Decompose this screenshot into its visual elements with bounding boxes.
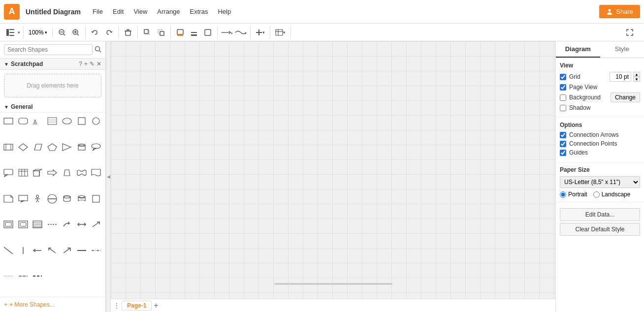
portrait-radio[interactable]	[560, 191, 566, 198]
scratchpad-close-button[interactable]: ✕	[97, 61, 101, 67]
redo-button[interactable]	[102, 26, 115, 39]
shape-inner-rect2[interactable]	[17, 218, 30, 231]
shape-square2[interactable]	[90, 192, 102, 205]
canvas-grid[interactable]	[111, 41, 555, 299]
shape-ellipse[interactable]	[61, 115, 73, 127]
delete-button[interactable]	[122, 26, 134, 39]
shadow-checkbox[interactable]	[560, 105, 566, 111]
insert-button[interactable]: ▾	[254, 26, 267, 39]
to-front-button[interactable]	[141, 26, 154, 39]
grid-checkbox[interactable]	[560, 74, 566, 80]
edit-data-button[interactable]: Edit Data...	[560, 208, 640, 221]
scratchpad-add-button[interactable]: +	[84, 61, 88, 67]
page-view-checkbox[interactable]	[560, 84, 566, 91]
shape-rectangle[interactable]	[2, 115, 15, 127]
shape-process[interactable]	[2, 141, 15, 154]
shape-data-store2[interactable]	[75, 192, 88, 205]
shape-person[interactable]	[31, 192, 44, 205]
sidebar-toggle-button[interactable]	[4, 26, 17, 39]
shape-text[interactable]: A	[31, 115, 44, 127]
fill-color-button[interactable]	[174, 26, 187, 39]
shape-callout-bubble[interactable]	[90, 141, 102, 154]
menu-arrange[interactable]: Arrange	[153, 6, 184, 17]
shape-arrow-left2[interactable]	[31, 244, 44, 257]
shape-dashed-line[interactable]	[46, 218, 59, 231]
page-options-button[interactable]: ⋮	[114, 302, 120, 309]
add-page-button[interactable]: +	[154, 301, 158, 310]
to-back-button[interactable]	[155, 26, 167, 39]
shape-triangle-right[interactable]	[61, 141, 73, 154]
paper-size-select[interactable]: US-Letter (8,5" x 11")	[560, 176, 640, 188]
scratchpad-help-button[interactable]: ?	[79, 61, 82, 67]
background-change-button[interactable]: Change	[611, 93, 640, 102]
shape-inner-rect[interactable]	[2, 218, 15, 231]
shape-line-solid[interactable]	[75, 244, 88, 257]
shape-list[interactable]	[31, 218, 44, 231]
shape-vert-line[interactable]	[17, 244, 30, 257]
menu-edit[interactable]: Edit	[109, 6, 128, 17]
connector-button[interactable]: ▾	[221, 26, 233, 39]
shape-diamond[interactable]	[17, 141, 30, 154]
scratchpad-edit-button[interactable]: ✎	[90, 61, 95, 67]
line-color-button[interactable]	[188, 26, 200, 39]
undo-button[interactable]	[89, 26, 101, 39]
landscape-radio[interactable]	[593, 191, 600, 198]
zoom-dropdown[interactable]: 100% ▾	[27, 28, 49, 37]
menu-view[interactable]: View	[129, 6, 151, 17]
shape-callout-rect2[interactable]	[17, 192, 30, 205]
shape-circle[interactable]	[90, 115, 102, 127]
menu-file[interactable]: File	[89, 6, 107, 17]
tab-style[interactable]: Style	[600, 41, 644, 58]
fullscreen-button[interactable]	[623, 26, 636, 39]
more-shapes-button[interactable]: + + More Shapes...	[0, 297, 105, 312]
shape-line-dash-dot[interactable]	[90, 244, 102, 257]
search-input[interactable]	[4, 44, 93, 55]
shape-table-grid[interactable]	[17, 166, 30, 179]
shape-arrow-up-left[interactable]	[46, 244, 59, 257]
shape-pentagon[interactable]	[46, 141, 59, 154]
shape-wave[interactable]	[75, 166, 88, 179]
zoom-out-button[interactable]	[56, 26, 68, 39]
grid-pt-input[interactable]	[610, 72, 631, 82]
guides-checkbox[interactable]	[560, 150, 566, 156]
shape-line-dots[interactable]	[2, 270, 15, 282]
shape-line-arrows2[interactable]	[31, 270, 44, 282]
waypoint-button[interactable]: ▾	[234, 26, 247, 39]
connection-arrows-checkbox[interactable]	[560, 132, 566, 138]
shape-arrow-right[interactable]	[46, 166, 59, 179]
shape-curved-arrow[interactable]	[61, 218, 73, 231]
tab-diagram[interactable]: Diagram	[556, 41, 600, 58]
zoom-in-button[interactable]	[69, 26, 82, 39]
grid-pt-up[interactable]: ▲	[633, 72, 640, 77]
shape-style-button[interactable]	[201, 26, 214, 39]
clear-default-style-button[interactable]: Clear Default Style	[560, 223, 640, 236]
shape-data-store[interactable]	[61, 192, 73, 205]
connection-points-checkbox[interactable]	[560, 141, 566, 147]
shape-note-lines[interactable]	[46, 115, 59, 127]
shape-line-arrows[interactable]	[17, 270, 30, 282]
shape-folded-page[interactable]	[2, 192, 15, 205]
background-checkbox[interactable]	[560, 94, 566, 101]
shape-half-circle[interactable]	[46, 192, 59, 205]
canvas-scrollbar[interactable]	[274, 283, 392, 285]
shape-3d-box[interactable]	[31, 166, 44, 179]
page-tab[interactable]: Page-1	[122, 301, 152, 311]
shape-arrow-up-right[interactable]	[90, 218, 102, 231]
search-button[interactable]	[95, 46, 101, 54]
general-section-header[interactable]: ▼ General	[0, 101, 105, 113]
collapse-handle[interactable]: ◀	[106, 41, 111, 312]
shape-document[interactable]	[90, 166, 102, 179]
shape-rounded-rect[interactable]	[17, 115, 30, 127]
shape-arrow-up-right2[interactable]	[61, 244, 73, 257]
grid-pt-down[interactable]: ▼	[633, 77, 640, 82]
shape-parallelogram[interactable]	[31, 141, 44, 154]
shape-cylinder[interactable]	[75, 141, 88, 154]
menu-extras[interactable]: Extras	[186, 6, 212, 17]
shape-callout-rect[interactable]	[2, 166, 15, 179]
shape-square[interactable]	[75, 115, 88, 127]
menu-help[interactable]: Help	[214, 6, 235, 17]
table-button[interactable]: ▾	[273, 26, 288, 39]
shape-trapezoid[interactable]	[61, 166, 73, 179]
shape-diagonal-line[interactable]	[2, 244, 15, 257]
share-button[interactable]: Share	[599, 5, 640, 18]
